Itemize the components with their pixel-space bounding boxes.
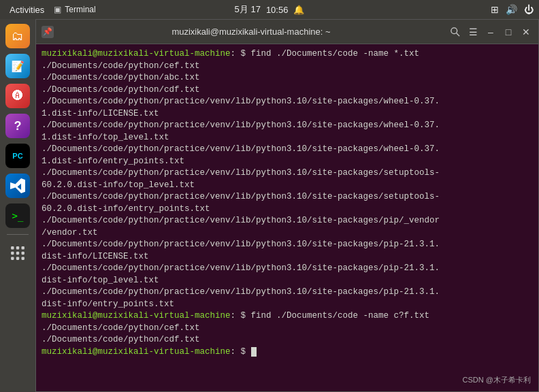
terminal-line-6: 1.dist-info/LICENSE.txt — [42, 108, 533, 120]
sidebar-item-files[interactable]: 🗂 — [3, 22, 32, 50]
sidebar-item-jetbrains[interactable]: PC — [3, 142, 32, 170]
terminal-body[interactable]: muzixikali@muzixikali-virtual-machine: $… — [36, 44, 538, 391]
jetbrains-icon: PC — [5, 144, 30, 168]
terminal-line-9: ./Documents/code/python/practice/venv/li… — [42, 144, 533, 156]
terminal-line-14: 60.2.0.dist-info/entry_points.txt — [42, 203, 533, 216]
topbar-center: 5月 17 10:56 🔔 — [235, 3, 305, 16]
terminal-line-21: ./Documents/code/python/practice/venv/li… — [42, 287, 533, 299]
svg-line-10 — [457, 33, 459, 35]
terminal-line-2: ./Documents/code/python/cef.txt — [42, 61, 533, 73]
titlebar-pin-button[interactable]: 📌 — [42, 26, 54, 38]
sidebar-item-vscode[interactable] — [3, 172, 32, 200]
svg-rect-2 — [22, 246, 24, 249]
terminal-line-24: ./Documents/code/python/cef.txt — [42, 323, 533, 335]
sidebar: 🗂 📝 🅐 ? PC >_ — [0, 19, 35, 392]
terminal-line-7: ./Documents/code/python/practice/venv/li… — [42, 120, 533, 132]
main-layout: 🗂 📝 🅐 ? PC >_ — [0, 19, 539, 392]
svg-rect-1 — [16, 246, 19, 249]
terminal-line-25: ./Documents/code/python/cdf.txt — [42, 334, 533, 346]
svg-rect-3 — [11, 252, 14, 255]
topbar-app-label: Terminal — [65, 5, 95, 14]
menu-icon: ☰ — [469, 27, 478, 37]
terminal-window: 📌 muzixikali@muzixikali-virtual-machine:… — [35, 19, 539, 392]
topbar: Activities ▣ Terminal 5月 17 10:56 🔔 ⊞ 🔊 … — [0, 0, 539, 19]
topbar-left: Activities ▣ Terminal — [5, 5, 101, 15]
terminal-line-19: ./Documents/code/python/practice/venv/li… — [42, 263, 533, 275]
terminal-line-13: ./Documents/code/python/practice/venv/li… — [42, 191, 533, 203]
topbar-time: 10:56 — [266, 5, 289, 15]
svg-rect-8 — [22, 257, 24, 260]
terminal-line-5: ./Documents/code/python/practice/venv/li… — [42, 96, 533, 108]
terminal-cursor — [251, 347, 257, 357]
terminal-line-18: dist-info/LICENSE.txt — [42, 251, 533, 263]
appstore-icon: 🅐 — [5, 84, 30, 108]
svg-rect-4 — [16, 252, 19, 255]
sidebar-item-terminal[interactable]: >_ — [3, 201, 32, 230]
titlebar-maximize-button[interactable]: □ — [502, 25, 515, 39]
titlebar-search-button[interactable] — [448, 25, 462, 39]
notification-bell-icon[interactable]: 🔔 — [293, 5, 304, 15]
terminal-line-12: 60.2.0.dist-info/top_level.txt — [42, 180, 533, 192]
power-icon[interactable]: ⏻ — [524, 4, 534, 15]
volume-icon[interactable]: 🔊 — [506, 4, 517, 15]
terminal-icon: >_ — [5, 203, 30, 228]
sidebar-item-apps[interactable] — [3, 239, 32, 267]
topbar-right: ⊞ 🔊 ⏻ — [491, 4, 534, 15]
terminal-line-3: ./Documents/code/python/abc.txt — [42, 72, 533, 84]
text-editor-icon: 📝 — [5, 54, 30, 78]
svg-point-9 — [451, 27, 457, 33]
svg-rect-7 — [16, 257, 19, 260]
sidebar-item-help[interactable]: ? — [3, 112, 32, 140]
titlebar-controls: ☰ – □ ✕ — [448, 25, 533, 39]
titlebar-title: muzixikali@muzixikali-virtual-machine: ~ — [59, 27, 443, 37]
svg-rect-6 — [11, 257, 14, 260]
watermark: CSDN @木子希卡利 — [463, 375, 531, 385]
svg-rect-0 — [11, 246, 14, 249]
terminal-line-20: dist-info/top_level.txt — [42, 275, 533, 287]
help-icon: ? — [5, 114, 30, 138]
apps-grid-icon — [5, 241, 30, 265]
titlebar-minimize-button[interactable]: – — [484, 25, 497, 39]
terminal-line-23: muzixikali@muzixikali-virtual-machine: $… — [42, 310, 533, 323]
files-icon: 🗂 — [5, 24, 30, 48]
terminal-line-8: 1.dist-info/top_level.txt — [42, 132, 533, 144]
terminal-line-15: ./Documents/code/python/practice/venv/li… — [42, 215, 533, 227]
terminal-line-17: ./Documents/code/python/practice/venv/li… — [42, 239, 533, 251]
terminal-line-16: /vendor.txt — [42, 227, 533, 240]
terminal-line-22: dist-info/entry_points.txt — [42, 299, 533, 311]
network-icon[interactable]: ⊞ — [491, 4, 499, 15]
sidebar-item-appstore[interactable]: 🅐 — [3, 82, 32, 110]
terminal-line-11: ./Documents/code/python/practice/venv/li… — [42, 167, 533, 180]
activities-button[interactable]: Activities — [5, 5, 48, 15]
minimize-icon: – — [488, 27, 493, 37]
terminal-line-4: ./Documents/code/python/cdf.txt — [42, 84, 533, 97]
maximize-icon: □ — [506, 27, 511, 37]
terminal-titlebar: 📌 muzixikali@muzixikali-virtual-machine:… — [36, 20, 538, 44]
titlebar-left: 📌 — [42, 26, 54, 38]
topbar-date: 5月 17 — [235, 3, 261, 16]
close-icon: ✕ — [522, 27, 530, 37]
terminal-line-10: 1.dist-info/entry_points.txt — [42, 156, 533, 168]
sidebar-divider — [7, 234, 29, 235]
pin-icon: 📌 — [43, 27, 52, 36]
titlebar-close-button[interactable]: ✕ — [519, 25, 533, 39]
svg-rect-5 — [22, 252, 24, 255]
topbar-app-indicator[interactable]: ▣ Terminal — [48, 5, 101, 14]
vscode-icon — [5, 174, 30, 198]
titlebar-menu-button[interactable]: ☰ — [466, 25, 480, 39]
sidebar-item-text-editor[interactable]: 📝 — [3, 52, 32, 80]
terminal-line-1: muzixikali@muzixikali-virtual-machine: $… — [42, 48, 533, 61]
terminal-line-26: muzixikali@muzixikali-virtual-machine: $ — [42, 346, 533, 359]
